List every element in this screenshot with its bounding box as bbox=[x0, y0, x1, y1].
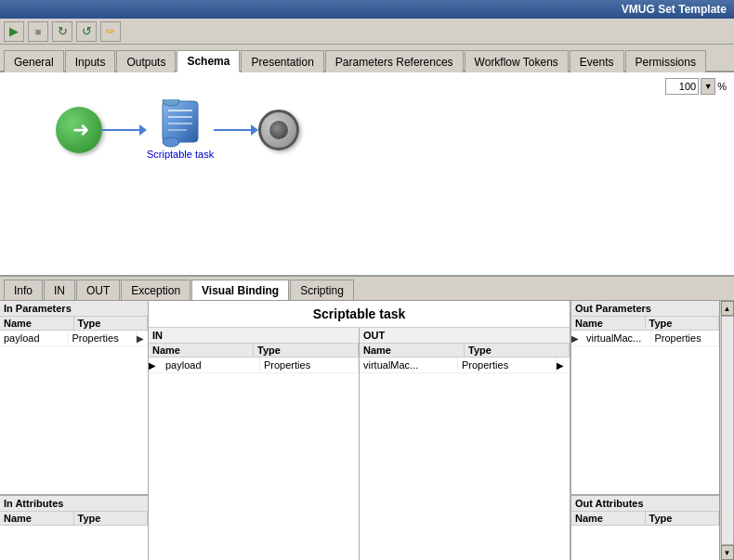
app-title: VMUG Set Template bbox=[622, 3, 727, 16]
scriptable-task-icon bbox=[157, 100, 203, 147]
task-in-panel: IN Name Type ▶ payload Properties bbox=[149, 328, 360, 560]
out-params-type-header: Type bbox=[646, 317, 720, 330]
workflow-end-node[interactable] bbox=[258, 110, 299, 150]
out-params-arrow-0: ▶ bbox=[571, 333, 583, 344]
task-in-name-0: payload bbox=[162, 358, 260, 372]
left-params-panel: In Parameters Name Type payload Properti… bbox=[0, 301, 149, 560]
stop-button[interactable]: ■ bbox=[28, 21, 48, 42]
right-params-panel: Out Parameters Name Type ▶ virtualMac...… bbox=[570, 301, 719, 560]
out-params-section: Out Parameters Name Type ▶ virtualMac...… bbox=[571, 301, 719, 495]
inner-tab-bar: Info IN OUT Exception Visual Binding Scr… bbox=[0, 277, 734, 301]
inner-tab-visual-binding[interactable]: Visual Binding bbox=[191, 280, 289, 300]
tab-presentation[interactable]: Presentation bbox=[241, 50, 323, 72]
out-attrs-type-header: Type bbox=[646, 512, 720, 525]
inner-tab-in[interactable]: IN bbox=[44, 280, 75, 300]
arrow-line-1 bbox=[102, 129, 139, 131]
out-params-header: Name Type bbox=[571, 317, 719, 331]
task-io: IN Name Type ▶ payload Properties bbox=[149, 328, 570, 560]
workflow-arrow-2 bbox=[214, 124, 258, 136]
task-in-name-col: Name bbox=[149, 344, 254, 357]
workflow-diagram: ➜ bbox=[56, 100, 299, 160]
in-params-type-header: Type bbox=[74, 317, 149, 330]
tab-outputs[interactable]: Outputs bbox=[116, 50, 176, 72]
in-attrs-type-header: Type bbox=[74, 512, 149, 525]
main-tab-bar: General Inputs Outputs Schema Presentati… bbox=[0, 45, 734, 72]
scroll-svg-icon bbox=[159, 99, 202, 148]
inner-tab-scripting[interactable]: Scripting bbox=[290, 280, 354, 300]
task-out-name-col: Name bbox=[360, 344, 465, 357]
toolbar: ▶ ■ ↻ ↺ ✏ bbox=[0, 19, 734, 45]
in-attrs-name-header: Name bbox=[0, 512, 74, 525]
out-attrs-section: Out Attributes Name Type bbox=[571, 495, 719, 560]
edit-button[interactable]: ✏ bbox=[100, 21, 121, 42]
tab-inputs[interactable]: Inputs bbox=[65, 50, 116, 72]
center-task-title: Scriptable task bbox=[149, 301, 570, 328]
task-out-row-0[interactable]: virtualMac... Properties ▶ bbox=[360, 358, 570, 373]
arrow-head-2 bbox=[251, 124, 258, 136]
workflow-start-node[interactable]: ➜ bbox=[56, 107, 102, 153]
task-in-type-0: Properties bbox=[260, 358, 359, 372]
task-out-name-0: virtualMac... bbox=[360, 358, 458, 372]
scriptable-task-label: Scriptable task bbox=[147, 149, 214, 160]
right-scrollbar: ▲ ▼ bbox=[719, 301, 734, 560]
svg-point-1 bbox=[163, 99, 179, 106]
tab-events[interactable]: Events bbox=[570, 50, 624, 72]
zoom-unit: % bbox=[717, 81, 727, 92]
tab-schema[interactable]: Schema bbox=[177, 50, 240, 72]
validate-button[interactable]: ↺ bbox=[76, 21, 97, 42]
arrow-line-2 bbox=[214, 129, 251, 131]
task-out-type-0: Properties bbox=[458, 358, 557, 372]
workflow-arrow-1 bbox=[102, 124, 147, 136]
in-params-name-0: payload bbox=[0, 331, 69, 345]
in-params-header: Name Type bbox=[0, 317, 148, 331]
in-params-type-0: Properties bbox=[69, 331, 138, 345]
task-out-panel: OUT Name Type virtualMac... Properties ▶ bbox=[360, 328, 570, 560]
in-params-row-0[interactable]: payload Properties ▶ bbox=[0, 331, 148, 346]
task-in-type-col: Type bbox=[254, 344, 359, 357]
scrollbar-down-button[interactable]: ▼ bbox=[721, 545, 734, 560]
task-in-col-header: Name Type bbox=[149, 344, 359, 358]
in-attrs-section: In Attributes Name Type bbox=[0, 495, 148, 560]
task-out-col-header: Name Type bbox=[360, 344, 570, 358]
binding-panel: In Parameters Name Type payload Properti… bbox=[0, 301, 719, 560]
in-params-title: In Parameters bbox=[0, 301, 148, 317]
binding-panel-wrapper: In Parameters Name Type payload Properti… bbox=[0, 301, 734, 560]
task-out-type-col: Type bbox=[465, 344, 570, 357]
play-button[interactable]: ▶ bbox=[4, 21, 24, 42]
bottom-panel: Info IN OUT Exception Visual Binding Scr… bbox=[0, 277, 734, 560]
out-attrs-header: Name Type bbox=[571, 512, 719, 526]
end-node-inner bbox=[269, 121, 288, 139]
tab-parameters-references[interactable]: Parameters References bbox=[325, 50, 464, 72]
task-in-row-0[interactable]: ▶ payload Properties bbox=[149, 358, 359, 373]
scriptable-task-node[interactable]: Scriptable task bbox=[147, 100, 214, 160]
task-out-row-arrow: ▶ bbox=[557, 360, 570, 371]
in-params-arrow-0: ▶ bbox=[137, 333, 148, 344]
scrollbar-track[interactable] bbox=[721, 316, 734, 545]
out-params-name-0: virtualMac... bbox=[583, 331, 651, 345]
inner-tab-out[interactable]: OUT bbox=[76, 280, 120, 300]
task-in-row-arrow: ▶ bbox=[149, 360, 162, 371]
in-params-section: In Parameters Name Type payload Properti… bbox=[0, 301, 148, 495]
refresh-button[interactable]: ↻ bbox=[52, 21, 72, 42]
zoom-input[interactable] bbox=[665, 78, 699, 95]
schema-canvas: ▼ % ➜ bbox=[0, 72, 734, 277]
zoom-control: ▼ % bbox=[665, 78, 727, 95]
title-bar: VMUG Set Template bbox=[0, 0, 734, 19]
tab-permissions[interactable]: Permissions bbox=[625, 50, 706, 72]
inner-tab-info[interactable]: Info bbox=[4, 280, 43, 300]
task-in-label: IN bbox=[149, 328, 359, 344]
tab-general[interactable]: General bbox=[4, 50, 64, 72]
center-task-panel: Scriptable task IN Name Type ▶ payload P… bbox=[149, 301, 570, 560]
start-arrow-icon: ➜ bbox=[72, 118, 89, 142]
inner-tab-exception[interactable]: Exception bbox=[121, 280, 190, 300]
in-attrs-title: In Attributes bbox=[0, 496, 148, 512]
svg-point-2 bbox=[163, 137, 179, 147]
zoom-dropdown-button[interactable]: ▼ bbox=[701, 78, 715, 95]
scrollbar-up-button[interactable]: ▲ bbox=[721, 301, 734, 316]
out-attrs-name-header: Name bbox=[571, 512, 646, 525]
out-params-row-0[interactable]: ▶ virtualMac... Properties bbox=[571, 331, 719, 346]
out-attrs-title: Out Attributes bbox=[571, 496, 719, 512]
task-out-label: OUT bbox=[360, 328, 570, 344]
svg-rect-0 bbox=[163, 101, 198, 142]
tab-workflow-tokens[interactable]: Workflow Tokens bbox=[465, 50, 569, 72]
